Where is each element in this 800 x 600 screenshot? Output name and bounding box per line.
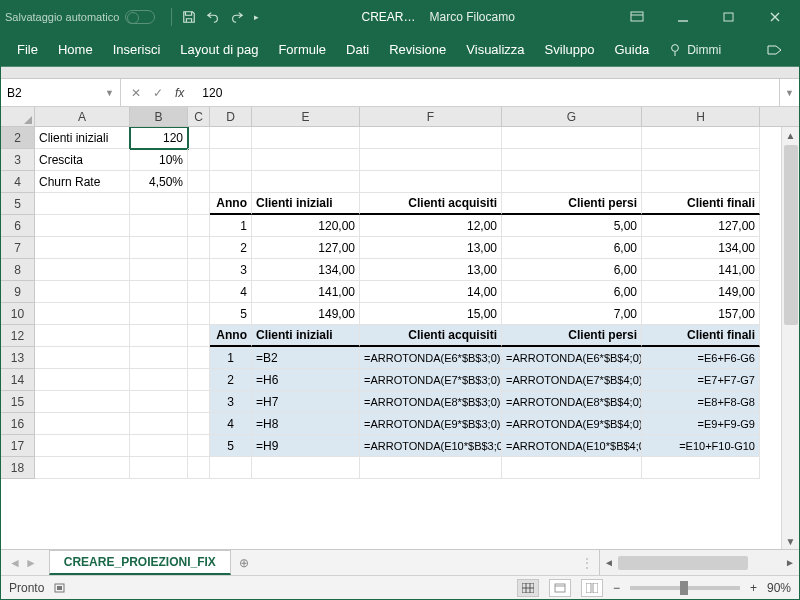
cell-B3[interactable]: 10% bbox=[130, 149, 188, 171]
save-icon[interactable] bbox=[182, 10, 196, 24]
scroll-down-icon[interactable]: ▼ bbox=[782, 533, 799, 549]
cell-F16[interactable]: =ARROTONDA(E9*$B$3;0) bbox=[360, 413, 502, 435]
cell-H2[interactable] bbox=[642, 127, 760, 149]
row-8-header[interactable]: 8 bbox=[1, 259, 35, 281]
autosave-switch[interactable] bbox=[125, 10, 155, 24]
sheet-next-icon[interactable]: ► bbox=[25, 556, 37, 570]
cell-D5[interactable]: Anno bbox=[210, 193, 252, 215]
row-10-header[interactable]: 10 bbox=[1, 303, 35, 325]
col-A[interactable]: A bbox=[35, 107, 130, 126]
row-17-header[interactable]: 17 bbox=[1, 435, 35, 457]
zoom-slider[interactable] bbox=[630, 586, 740, 590]
cell-G7[interactable]: 6,00 bbox=[502, 237, 642, 259]
zoom-slider-thumb[interactable] bbox=[680, 581, 688, 595]
cell-E9[interactable]: 141,00 bbox=[252, 281, 360, 303]
cell-E2[interactable] bbox=[252, 127, 360, 149]
cell-D14[interactable]: 2 bbox=[210, 369, 252, 391]
cell-G9[interactable]: 6,00 bbox=[502, 281, 642, 303]
cell-E8[interactable]: 134,00 bbox=[252, 259, 360, 281]
cell-E6[interactable]: 120,00 bbox=[252, 215, 360, 237]
cell-G6[interactable]: 5,00 bbox=[502, 215, 642, 237]
autosave-toggle[interactable]: Salvataggio automatico bbox=[5, 10, 155, 24]
ribbon-collapse-bar[interactable] bbox=[1, 67, 799, 79]
cell-H8[interactable]: 141,00 bbox=[642, 259, 760, 281]
cell-E15[interactable]: =H7 bbox=[252, 391, 360, 413]
row-2-header[interactable]: 2 bbox=[1, 127, 35, 149]
user-name[interactable]: Marco Filocamo bbox=[430, 10, 515, 24]
cell-D6[interactable]: 1 bbox=[210, 215, 252, 237]
col-E[interactable]: E bbox=[252, 107, 360, 126]
cell-D2[interactable] bbox=[210, 127, 252, 149]
tab-guida[interactable]: Guida bbox=[604, 33, 659, 67]
ribbon-display-icon[interactable] bbox=[617, 2, 657, 32]
tab-formule[interactable]: Formule bbox=[268, 33, 336, 67]
cell-F6[interactable]: 12,00 bbox=[360, 215, 502, 237]
cell-H14[interactable]: =E7+F7-G7 bbox=[642, 369, 760, 391]
cell-A4[interactable]: Churn Rate bbox=[35, 171, 130, 193]
cell-E7[interactable]: 127,00 bbox=[252, 237, 360, 259]
scroll-right-icon[interactable]: ► bbox=[781, 557, 799, 568]
cell-H17[interactable]: =E10+F10-G10 bbox=[642, 435, 760, 457]
cell-E14[interactable]: =H6 bbox=[252, 369, 360, 391]
cell-C2[interactable] bbox=[188, 127, 210, 149]
cell-D17[interactable]: 5 bbox=[210, 435, 252, 457]
scroll-left-icon[interactable]: ◄ bbox=[600, 557, 618, 568]
cell-H6[interactable]: 127,00 bbox=[642, 215, 760, 237]
cell-G12[interactable]: Clienti persi bbox=[502, 325, 642, 347]
col-B[interactable]: B bbox=[130, 107, 188, 126]
cell-A2[interactable]: Clienti iniziali bbox=[35, 127, 130, 149]
zoom-out-button[interactable]: − bbox=[613, 581, 620, 595]
add-sheet-button[interactable]: ⊕ bbox=[231, 550, 257, 575]
row-18-header[interactable]: 18 bbox=[1, 457, 35, 479]
name-box[interactable]: B2 ▼ bbox=[1, 79, 121, 106]
tab-file[interactable]: File bbox=[7, 33, 48, 67]
maximize-button[interactable] bbox=[709, 2, 749, 32]
tell-me-search[interactable]: Dimmi bbox=[659, 43, 731, 57]
cell-F10[interactable]: 15,00 bbox=[360, 303, 502, 325]
cell-E12[interactable]: Clienti iniziali bbox=[252, 325, 360, 347]
cell-E5[interactable]: Clienti iniziali bbox=[252, 193, 360, 215]
tab-inserisci[interactable]: Inserisci bbox=[103, 33, 171, 67]
vertical-scroll-thumb[interactable] bbox=[784, 145, 798, 325]
share-button[interactable] bbox=[757, 43, 793, 57]
cell-F13[interactable]: =ARROTONDA(E6*$B$3;0) bbox=[360, 347, 502, 369]
cell-G10[interactable]: 7,00 bbox=[502, 303, 642, 325]
select-all-button[interactable] bbox=[1, 107, 35, 126]
cell-F8[interactable]: 13,00 bbox=[360, 259, 502, 281]
row-15-header[interactable]: 15 bbox=[1, 391, 35, 413]
cell-D9[interactable]: 4 bbox=[210, 281, 252, 303]
horizontal-scroll-thumb[interactable] bbox=[618, 556, 748, 570]
cell-H9[interactable]: 149,00 bbox=[642, 281, 760, 303]
sheet-tab-active[interactable]: CREARE_PROIEZIONI_FIX bbox=[49, 550, 231, 575]
cell-E10[interactable]: 149,00 bbox=[252, 303, 360, 325]
cell-H10[interactable]: 157,00 bbox=[642, 303, 760, 325]
row-13-header[interactable]: 13 bbox=[1, 347, 35, 369]
cell-H7[interactable]: 134,00 bbox=[642, 237, 760, 259]
cell-G8[interactable]: 6,00 bbox=[502, 259, 642, 281]
tab-sviluppo[interactable]: Sviluppo bbox=[535, 33, 605, 67]
cell-F12[interactable]: Clienti acquisiti bbox=[360, 325, 502, 347]
tab-visualizza[interactable]: Visualizza bbox=[456, 33, 534, 67]
cell-G15[interactable]: =ARROTONDA(E8*$B$4;0) bbox=[502, 391, 642, 413]
cell-F17[interactable]: =ARROTONDA(E10*$B$3;0) bbox=[360, 435, 502, 457]
cell-F14[interactable]: =ARROTONDA(E7*$B$3;0) bbox=[360, 369, 502, 391]
cell-D10[interactable]: 5 bbox=[210, 303, 252, 325]
undo-icon[interactable] bbox=[206, 10, 220, 24]
cell-D13[interactable]: 1 bbox=[210, 347, 252, 369]
row-7-header[interactable]: 7 bbox=[1, 237, 35, 259]
enter-formula-icon[interactable]: ✓ bbox=[153, 86, 163, 100]
minimize-button[interactable] bbox=[663, 2, 703, 32]
cell-F7[interactable]: 13,00 bbox=[360, 237, 502, 259]
cancel-formula-icon[interactable]: ✕ bbox=[131, 86, 141, 100]
cell-G5[interactable]: Clienti persi bbox=[502, 193, 642, 215]
cell-F5[interactable]: Clienti acquisiti bbox=[360, 193, 502, 215]
macro-record-icon[interactable] bbox=[54, 582, 68, 594]
cell-H13[interactable]: =E6+F6-G6 bbox=[642, 347, 760, 369]
cell-D12[interactable]: Anno bbox=[210, 325, 252, 347]
cell-D7[interactable]: 2 bbox=[210, 237, 252, 259]
cell-G13[interactable]: =ARROTONDA(E6*$B$4;0) bbox=[502, 347, 642, 369]
zoom-level[interactable]: 90% bbox=[767, 581, 791, 595]
tab-home[interactable]: Home bbox=[48, 33, 103, 67]
cell-B4[interactable]: 4,50% bbox=[130, 171, 188, 193]
close-button[interactable] bbox=[755, 2, 795, 32]
